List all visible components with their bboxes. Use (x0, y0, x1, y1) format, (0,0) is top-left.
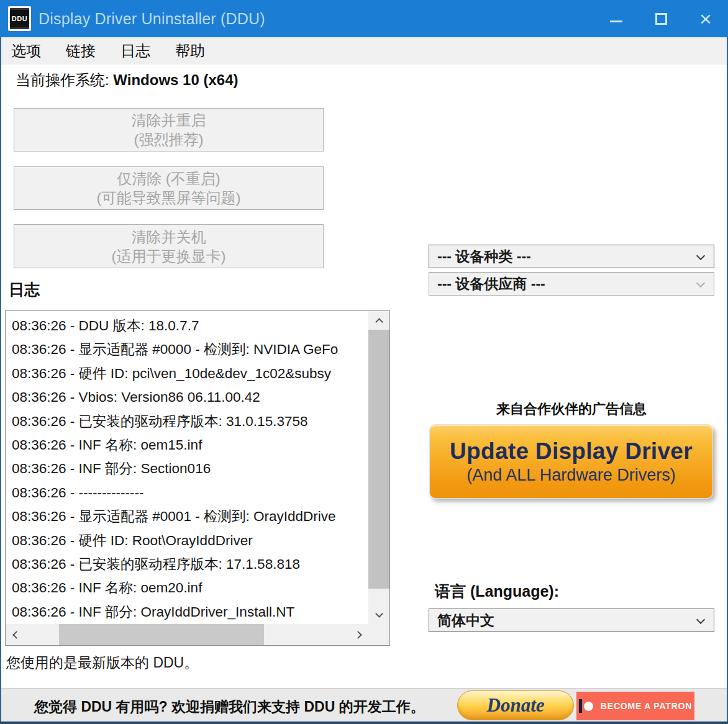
clean-shutdown-subtitle: (适用于更换显卡) (112, 247, 226, 266)
device-type-value: --- 设备种类 --- (437, 247, 531, 266)
scroll-down-button[interactable] (368, 605, 389, 624)
chevron-down-icon (375, 610, 383, 618)
scroll-left-button[interactable] (6, 624, 24, 645)
log-entry: 08:36:26 - INF 部分: OrayIddDriver_Install… (12, 600, 368, 624)
donate-label: Donate (487, 694, 545, 717)
log-vertical-scrollbar[interactable] (368, 311, 389, 624)
window-controls: × (594, 0, 728, 37)
update-display-driver-button[interactable]: Update Display Driver (And ALL Hardware … (429, 424, 713, 499)
chevron-up-icon (375, 318, 383, 326)
chevron-down-icon (696, 279, 705, 287)
chevron-down-icon (696, 251, 705, 260)
clean-shutdown-button[interactable]: 清除并关机 (适用于更换显卡) (14, 224, 324, 268)
chevron-down-icon (696, 615, 705, 624)
device-vendor-value: --- 设备供应商 --- (437, 274, 545, 294)
log-entry: 08:36:26 - INF 名称: oem15.inf (12, 433, 368, 457)
clean-only-button[interactable]: 仅清除 (不重启) (可能导致黑屏等问题) (14, 166, 324, 210)
maximize-icon (655, 13, 667, 25)
donation-bar: 您觉得 DDU 有用吗? 欢迎捐赠我们来支持 DDU 的开发工作。 Donate… (0, 688, 728, 724)
ddu-logo-icon: DDU (10, 8, 29, 29)
titlebar: DDU Display Driver Uninstaller (DDU) × (0, 0, 728, 37)
current-os-line: 当前操作系统: Windows 10 (x64) (16, 70, 239, 90)
log-entry: 08:36:26 - 已安装的驱动程序版本: 17.1.58.818 (12, 553, 368, 576)
clean-restart-title: 清除并重启 (132, 111, 206, 130)
clean-shutdown-title: 清除并关机 (132, 227, 206, 247)
minimize-icon (610, 20, 622, 22)
log-entry: 08:36:26 - DDU 版本: 18.0.7.7 (12, 314, 368, 338)
current-os-value: Windows 10 (x64) (113, 71, 238, 88)
scroll-up-button[interactable] (368, 311, 389, 330)
clean-restart-button[interactable]: 清除并重启 (强烈推荐) (14, 108, 324, 152)
ad-button-title: Update Display Driver (450, 438, 693, 465)
log-entry: 08:36:26 - INF 部分: Section016 (12, 457, 368, 481)
log-entry: 08:36:26 - 显示适配器 #0000 - 检测到: NVIDIA GeF… (12, 338, 368, 361)
menu-log[interactable]: 日志 (121, 41, 150, 61)
donate-button[interactable]: Donate (457, 690, 574, 720)
scrollbar-corner (368, 624, 389, 645)
log-entry: 08:36:26 - 显示适配器 #0001 - 检测到: OrayIddDri… (12, 505, 368, 528)
menubar: 选项 链接 日志 帮助 (0, 37, 728, 65)
log-entry: 08:36:26 - 硬件 ID: Root\OrayIddDriver (12, 529, 368, 553)
log-entry: 08:36:26 - 硬件 ID: pci\ven_10de&dev_1c02&… (12, 362, 368, 386)
log-textarea[interactable]: 08:36:26 - DDU 版本: 18.0.7.7 08:36:26 - 显… (5, 310, 390, 646)
language-label: 语言 (Language): (435, 581, 559, 602)
log-entry: 08:36:26 - INF 名称: oem20.inf (12, 576, 368, 600)
clean-only-subtitle: (可能导致黑屏等问题) (97, 188, 241, 207)
current-os-label: 当前操作系统: (16, 71, 109, 88)
minimize-button[interactable] (594, 0, 639, 37)
window-title: Display Driver Uninstaller (DDU) (39, 10, 265, 28)
clean-only-title: 仅清除 (不重启) (117, 169, 221, 188)
log-entry: 08:36:26 - Vbios: Version86 06.11.00.42 (12, 386, 368, 409)
become-a-patron-button[interactable]: BECOME A PATRON (576, 692, 694, 720)
log-entry: 08:36:26 - 已安装的驱动程序版本: 31.0.15.3758 (12, 410, 368, 433)
horizontal-scrollbar-thumb[interactable] (59, 624, 264, 645)
patron-label: BECOME A PATRON (601, 701, 692, 711)
log-horizontal-scrollbar[interactable] (6, 624, 368, 645)
log-lines: 08:36:26 - DDU 版本: 18.0.7.7 08:36:26 - 显… (6, 311, 368, 624)
window-border-left (0, 37, 1, 724)
donation-message: 您觉得 DDU 有用吗? 欢迎捐赠我们来支持 DDU 的开发工作。 (34, 697, 425, 717)
chevron-left-icon (12, 631, 20, 639)
device-vendor-select[interactable]: --- 设备供应商 --- (429, 272, 714, 296)
menu-help[interactable]: 帮助 (175, 41, 205, 61)
device-type-select[interactable]: --- 设备种类 --- (429, 245, 714, 268)
log-section-label: 日志 (9, 279, 40, 300)
clean-restart-subtitle: (强烈推荐) (134, 130, 204, 149)
app-icon: DDU (8, 6, 31, 31)
vertical-scrollbar-thumb[interactable] (368, 330, 389, 589)
menu-links[interactable]: 链接 (66, 41, 96, 61)
log-entry: 08:36:26 - -------------- (12, 481, 368, 505)
version-status-text: 您使用的是最新版本的 DDU。 (6, 653, 198, 672)
language-value: 简体中文 (437, 611, 494, 630)
chevron-right-icon (354, 631, 362, 639)
language-select[interactable]: 简体中文 (429, 609, 714, 632)
menu-options[interactable]: 选项 (11, 41, 41, 61)
patreon-icon (579, 699, 593, 713)
close-button[interactable]: × (683, 0, 728, 37)
scroll-right-button[interactable] (350, 624, 368, 645)
partner-ad-header: 来自合作伙伴的广告信息 (429, 400, 714, 419)
ad-button-subtitle: (And ALL Hardware Drivers) (466, 465, 676, 485)
ddu-window: DDU Display Driver Uninstaller (DDU) × 选… (0, 0, 728, 724)
maximize-button[interactable] (639, 0, 683, 37)
window-border-bottom (0, 722, 728, 724)
close-icon: × (699, 9, 712, 28)
